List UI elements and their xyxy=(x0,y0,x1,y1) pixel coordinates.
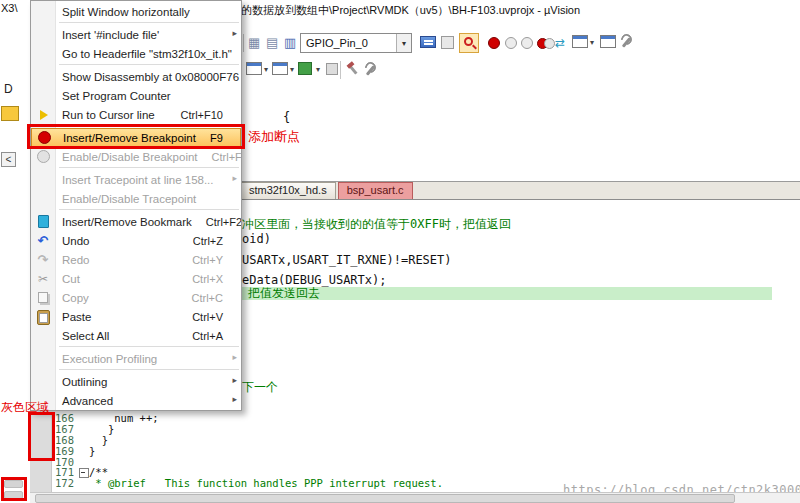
menu-item[interactable]: Run to Cursor line Ctrl+F10 xyxy=(31,105,241,124)
fold-marker-icon[interactable] xyxy=(78,435,89,446)
window-layout2-icon[interactable] xyxy=(600,35,616,48)
find-in-files-icon[interactable] xyxy=(459,33,479,53)
menu-item[interactable]: Go to Headerfile "stm32f10x_it.h" xyxy=(31,44,241,63)
bookmark-icon xyxy=(34,214,52,230)
menu-item-label: Insert/Remove Bookmark xyxy=(62,216,192,228)
memory-window-caret-icon[interactable]: ▾ xyxy=(316,65,320,74)
menu-item[interactable]: Redo Ctrl+Y xyxy=(31,250,241,269)
annotation-box-gutter xyxy=(28,412,55,461)
fold-marker-icon[interactable] xyxy=(78,478,89,489)
disable-all-breakpoints-icon[interactable] xyxy=(521,37,533,49)
menu-item-shortcut: Ctrl+F10 xyxy=(167,109,224,121)
menu-item[interactable]: Insert/Remove Bookmark Ctrl+F2 xyxy=(31,212,241,231)
project-window-caret-icon[interactable]: ▾ xyxy=(264,65,268,74)
highlighted-code-line[interactable]: 把值发送回去 xyxy=(238,287,772,300)
menu-item-icon xyxy=(34,4,52,20)
scrollbar-thumb[interactable] xyxy=(35,494,735,503)
menu-item-label: Execution Profiling xyxy=(62,353,157,365)
watch-window-caret-icon[interactable]: ▾ xyxy=(290,65,294,74)
code-line[interactable]: 166 num ++; xyxy=(52,413,792,424)
kill-all-breakpoints-icon[interactable] xyxy=(537,37,554,49)
document-icon[interactable] xyxy=(441,36,454,49)
menu-item-label: Select All xyxy=(62,330,109,342)
code-line[interactable]: 167 } xyxy=(52,424,792,435)
annotation-add-breakpoint: 添加断点 xyxy=(248,128,300,146)
menu-item[interactable]: Show Disassembly at 0x08000F76 xyxy=(31,67,241,86)
menu-item-shortcut: Ctrl+V xyxy=(178,311,223,323)
code-fragment-3: eData(DEBUG_USARTx); xyxy=(242,273,387,287)
scroll-left-button[interactable]: < xyxy=(1,152,16,167)
fold-marker-icon[interactable] xyxy=(78,424,89,435)
menu-item-label: Enable/Disable Breakpoint xyxy=(62,151,198,163)
annotation-gray-area: 灰色区域 xyxy=(1,399,49,416)
manage-book-icon[interactable] xyxy=(420,36,436,48)
code-line[interactable]: 168 } xyxy=(52,435,792,446)
settings-wrench-icon[interactable] xyxy=(362,62,377,77)
menu-item[interactable]: Select All Ctrl+A xyxy=(31,326,241,345)
menu-item-shortcut: Ctrl+Z xyxy=(179,235,223,247)
menu-item-label: Insert '#include file' xyxy=(62,29,159,41)
bookmark-nav-icon[interactable]: ⇄ xyxy=(555,36,565,51)
menu-item[interactable]: Insert Tracepoint at line 158... xyxy=(31,170,241,189)
submenu-arrow-icon xyxy=(232,28,237,38)
window-grid-icon[interactable]: ▦ xyxy=(248,35,260,50)
disable-breakpoint-icon[interactable] xyxy=(505,37,517,49)
menu-item[interactable]: Set Program Counter xyxy=(31,86,241,105)
disassembly-label: D xyxy=(4,82,13,96)
code-line[interactable]: 170 xyxy=(52,457,792,468)
menu-item-icon xyxy=(34,172,52,188)
code-fragment-2: USARTx,USART_IT_RXNE)!=RESET) xyxy=(242,253,452,267)
window-layout-icon[interactable] xyxy=(572,35,588,48)
redo-icon xyxy=(34,252,52,268)
config-icon[interactable]: ▥ xyxy=(284,35,296,50)
project-window-icon[interactable] xyxy=(246,62,262,75)
menu-item-label: Show Disassembly at 0x08000F76 xyxy=(62,71,239,83)
register-panel-icon[interactable] xyxy=(1,106,19,121)
menu-item-label: Go to Headerfile "stm32f10x_it.h" xyxy=(62,48,232,60)
menu-item-shortcut: Ctrl+F2 xyxy=(192,216,242,228)
line-number: 169 xyxy=(52,446,78,457)
menu-item[interactable]: Undo Ctrl+Z xyxy=(31,231,241,250)
menu-item[interactable]: Enable/Disable Breakpoint Ctrl+F9 xyxy=(31,147,241,166)
serial-window-icon[interactable] xyxy=(326,63,338,75)
combo-dropdown-icon[interactable]: ▾ xyxy=(396,34,411,52)
menu-item[interactable]: Enable/Disable Tracepoint xyxy=(31,189,241,208)
menu-item[interactable]: Insert '#include file' xyxy=(31,25,241,44)
target-select-value: GPIO_Pin_0 xyxy=(306,37,368,49)
menu-item-label: Paste xyxy=(62,311,91,323)
submenu-arrow-icon xyxy=(232,375,237,385)
window-rows-icon[interactable]: ▤ xyxy=(266,35,278,50)
fold-marker-icon[interactable] xyxy=(78,457,89,468)
watch-window-icon[interactable] xyxy=(272,62,288,75)
horizontal-scrollbar[interactable] xyxy=(30,492,800,503)
menu-item-shortcut: Ctrl+F9 xyxy=(198,151,242,163)
menu-item-icon xyxy=(34,69,52,85)
menu-item[interactable]: Paste Ctrl+V xyxy=(31,307,241,326)
menu-item-icon xyxy=(34,328,52,344)
memory-window-icon[interactable] xyxy=(298,62,312,75)
tab-stm32f10x-hd-s[interactable]: stm32f10x_hd.s xyxy=(240,182,336,199)
tab-bsp-usart-c[interactable]: bsp_usart.c xyxy=(338,182,413,199)
code-line[interactable]: 169 } xyxy=(52,446,792,457)
menu-item[interactable]: Advanced xyxy=(31,391,241,410)
menu-item[interactable]: Copy Ctrl+C xyxy=(31,288,241,307)
menu-item[interactable]: Outlining xyxy=(31,372,241,391)
context-menu-items: Split Window horizontally Insert '#inclu… xyxy=(31,2,241,410)
menu-item[interactable]: Cut Ctrl+X xyxy=(31,269,241,288)
debug-tools-icon[interactable] xyxy=(345,62,360,77)
corner-text: X3\ xyxy=(1,2,18,14)
toolbar-separator xyxy=(340,61,341,79)
dropdown-caret-icon[interactable]: ▾ xyxy=(590,38,594,47)
target-select-combo[interactable]: GPIO_Pin_0 ▾ xyxy=(300,33,412,53)
fold-marker-icon[interactable] xyxy=(78,467,89,478)
menu-item-label: Insert Tracepoint at line 158... xyxy=(62,174,214,186)
menu-item-label: Run to Cursor line xyxy=(62,109,155,121)
menu-item-icon xyxy=(34,27,52,43)
menu-item[interactable]: Split Window horizontally xyxy=(31,2,241,21)
options-wrench-icon[interactable] xyxy=(618,34,633,49)
fold-marker-icon[interactable] xyxy=(78,446,89,457)
line-source: * @brief This function handles PPP inter… xyxy=(89,478,443,489)
insert-breakpoint-icon[interactable] xyxy=(488,37,500,49)
menu-item[interactable]: Execution Profiling xyxy=(31,349,241,368)
fold-marker-icon[interactable] xyxy=(78,413,89,424)
